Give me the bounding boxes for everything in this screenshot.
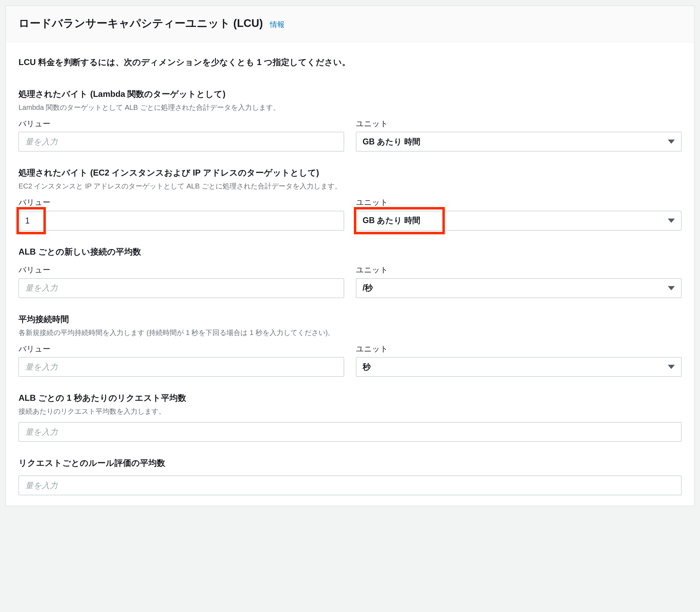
requests-value-input[interactable] — [19, 422, 681, 442]
lambda-value-input[interactable] — [19, 132, 344, 151]
section-rule-evals: リクエストごとのルール評価の平均数 — [19, 457, 681, 495]
select-value: GB あたり 時間 — [363, 136, 420, 148]
unit-label: ユニット — [356, 264, 681, 276]
ec2-value-input[interactable] — [19, 211, 344, 230]
value-label: バリュー — [19, 264, 344, 276]
select-value: GB あたり 時間 — [363, 215, 420, 226]
value-label: バリュー — [19, 118, 344, 129]
intro-text: LCU 料金を判断するには、次のディメンションを少なくとも 1 つ指定してくださ… — [19, 56, 681, 69]
caret-down-icon — [668, 140, 675, 144]
rules-value-input[interactable] — [19, 476, 681, 495]
section-new-connections: ALB ごとの新しい接続の平均数 バリュー ユニット /秒 — [19, 246, 681, 298]
section-desc: 各新規接続の平均持続時間を入力します (持続時間が 1 秒を下回る場合は 1 秒… — [19, 328, 681, 338]
value-label: バリュー — [19, 343, 344, 355]
caret-down-icon — [668, 286, 675, 290]
select-value: /秒 — [363, 282, 373, 294]
section-lambda-bytes: 処理されたバイト (Lambda 関数のターゲットとして) Lambda 関数の… — [19, 88, 681, 152]
section-desc: Lambda 関数のターゲットとして ALB ごとに処理された合計データを入力し… — [19, 102, 681, 113]
section-title: 処理されたバイト (Lambda 関数のターゲットとして) — [19, 88, 681, 100]
select-value: 秒 — [363, 361, 371, 373]
section-avg-duration: 平均接続時間 各新規接続の平均持続時間を入力します (持続時間が 1 秒を下回る… — [19, 313, 681, 377]
caret-down-icon — [668, 219, 675, 223]
section-avg-requests: ALB ごとの 1 秒あたりのリクエスト平均数 接続あたりのリクエスト平均数を入… — [19, 392, 681, 442]
newconn-unit-select[interactable]: /秒 — [356, 278, 681, 298]
section-desc: EC2 インスタンスと IP アドレスのターゲットとして ALB ごとに処理され… — [19, 181, 681, 191]
value-label: バリュー — [19, 197, 344, 208]
newconn-value-input[interactable] — [19, 278, 344, 298]
section-title: 平均接続時間 — [19, 313, 681, 326]
duration-unit-select[interactable]: 秒 — [356, 357, 681, 377]
unit-label: ユニット — [356, 118, 681, 129]
info-link[interactable]: 情報 — [270, 20, 285, 28]
ec2-unit-select[interactable]: GB あたり 時間 — [356, 211, 681, 230]
unit-label: ユニット — [356, 197, 681, 208]
duration-value-input[interactable] — [19, 357, 344, 377]
caret-down-icon — [668, 365, 675, 369]
unit-label: ユニット — [356, 343, 681, 355]
lambda-unit-select[interactable]: GB あたり 時間 — [356, 132, 681, 151]
section-title: ALB ごとの 1 秒あたりのリクエスト平均数 — [19, 392, 681, 404]
section-desc: 接続あたりのリクエスト平均数を入力します。 — [19, 406, 681, 417]
section-title: リクエストごとのルール評価の平均数 — [19, 457, 681, 469]
page-title: ロードバランサーキャパシティーユニット (LCU) — [19, 17, 263, 29]
section-title: ALB ごとの新しい接続の平均数 — [19, 246, 681, 258]
section-title: 処理されたバイト (EC2 インスタンスおよび IP アドレスのターゲットとして… — [19, 167, 681, 179]
section-header: ロードバランサーキャパシティーユニット (LCU) 情報 — [6, 6, 694, 42]
section-ec2-bytes: 処理されたバイト (EC2 インスタンスおよび IP アドレスのターゲットとして… — [19, 167, 681, 230]
